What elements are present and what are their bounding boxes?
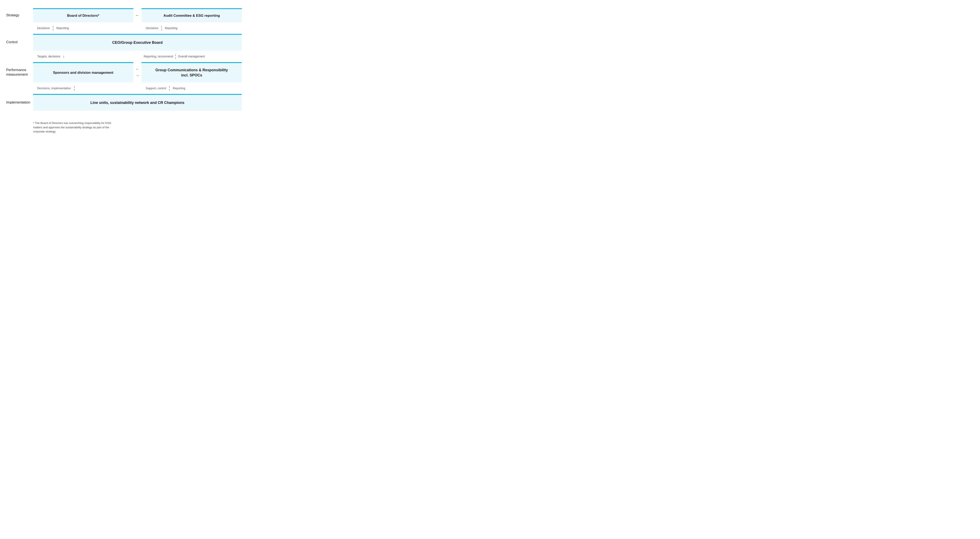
control-label: Control <box>6 34 33 51</box>
strategy-row: Strategy Board of Directors* ← Audit Com… <box>6 8 242 22</box>
gcr-box: Group Communications & Responsibility in… <box>142 62 242 83</box>
arrow-row-3: Decisions, implementation ↓ ↑ Support, c… <box>33 83 242 94</box>
targets-row: Targets, decisions ↓ Reporting, recommen… <box>6 51 242 62</box>
footnote: * The Board of Directors has overarching… <box>33 121 132 134</box>
decisions-label-r1: Decisions <box>146 26 158 30</box>
control-content: CEO/Group Executive Board <box>33 34 242 51</box>
dec-impl-down: ↓ <box>73 85 75 88</box>
arrow-row-2: Targets, decisions ↓ Reporting, recommen… <box>33 51 242 62</box>
arrow-right-1: → <box>135 73 140 78</box>
targets-group: Targets, decisions ↓ <box>33 54 133 58</box>
dec-impl-up: ↑ <box>73 88 75 92</box>
support-ctrl-label: Support, control <box>146 86 166 90</box>
support-ctrl-arrows: ↓ ↑ <box>169 85 170 92</box>
reporting-label-1: Reporting <box>56 26 69 30</box>
left-dec-rep-1: Decisions ↓ ↑ Reporting <box>33 25 133 32</box>
right-dec-rep-1: Decisions ↓ ↑ Reporting <box>142 25 242 32</box>
control-row: Control CEO/Group Executive Board <box>6 34 242 51</box>
footnote-text: The Board of Directors has overarching r… <box>33 121 111 133</box>
dec-impl-label: Decisions, implementation <box>37 86 71 90</box>
audit-box: Audit Committee & ESG reporting <box>142 8 242 22</box>
bidir-arrows-r1: ↓ ↑ <box>161 25 162 32</box>
rep-rec-up: ↑ <box>175 56 177 60</box>
arrow-up-r1: ↑ <box>161 28 162 32</box>
performance-content: Sponsors and division management ← → Gro… <box>33 62 242 83</box>
sponsors-box: Sponsors and division management <box>33 62 133 83</box>
arrow-up-1: ↑ <box>52 28 54 32</box>
strategy-label: Strategy <box>6 8 33 22</box>
perf-mid-arrows: ← → <box>133 62 142 83</box>
ceo-box: CEO/Group Executive Board <box>33 34 242 51</box>
rep-rec-down: ↓ <box>175 53 177 56</box>
performance-row: Performance measurement Sponsors and div… <box>6 62 242 83</box>
bidir-arrows-1: ↓ ↑ <box>52 25 54 32</box>
arrow-left-1: ← <box>135 67 140 72</box>
targets-label: Targets, decisions <box>37 54 60 58</box>
rep-rec-label: Reporting, recommend <box>143 54 173 58</box>
dec-impl-row: Decisions, implementation ↓ ↑ Support, c… <box>6 83 242 94</box>
strategy-content: Board of Directors* ← Audit Committee & … <box>33 8 242 22</box>
arrow-down-1: ↓ <box>52 25 54 28</box>
overall-mgmt-label: Overall management <box>178 54 205 58</box>
arrow-down-r1: ↓ <box>161 25 162 28</box>
support-ctrl-down: ↓ <box>169 85 170 88</box>
board-box: Board of Directors* <box>33 8 133 22</box>
reporting-recommend-group: Reporting, recommend ↓ ↑ Overall managem… <box>142 53 242 60</box>
reporting-label-r1: Reporting <box>165 26 178 30</box>
implementation-label: Implementation <box>6 94 33 111</box>
support-control-group: Support, control ↓ ↑ Reporting <box>142 85 242 92</box>
arrow-row-1: Decisions ↓ ↑ Reporting Decisions ↓ ↑ Re… <box>33 22 242 34</box>
strategy-horiz-arrow: ← <box>133 8 142 22</box>
decisions-label-1: Decisions <box>37 26 50 30</box>
reporting-label-r3: Reporting <box>173 86 185 90</box>
dec-impl-arrows: ↓ ↑ <box>73 85 75 92</box>
implementation-row: Implementation Line units, sustainabilit… <box>6 94 242 111</box>
perf-boxes: Sponsors and division management ← → Gro… <box>33 62 242 83</box>
lineunits-box: Line units, sustainability network and C… <box>33 94 242 111</box>
rep-rec-arrows: ↓ ↑ <box>175 53 177 60</box>
dec-rep-row-1: Decisions ↓ ↑ Reporting Decisions ↓ ↑ Re… <box>6 22 242 34</box>
diagram-container: Strategy Board of Directors* ← Audit Com… <box>6 8 242 111</box>
strategy-boxes: Board of Directors* ← Audit Committee & … <box>33 8 242 22</box>
support-ctrl-up: ↑ <box>169 88 170 92</box>
dec-impl-group: Decisions, implementation ↓ ↑ <box>33 85 133 92</box>
targets-arrow-down: ↓ <box>63 55 64 58</box>
implementation-content: Line units, sustainability network and C… <box>33 94 242 111</box>
targets-arrow: ↓ <box>63 55 64 58</box>
performance-label: Performance measurement <box>6 62 33 83</box>
